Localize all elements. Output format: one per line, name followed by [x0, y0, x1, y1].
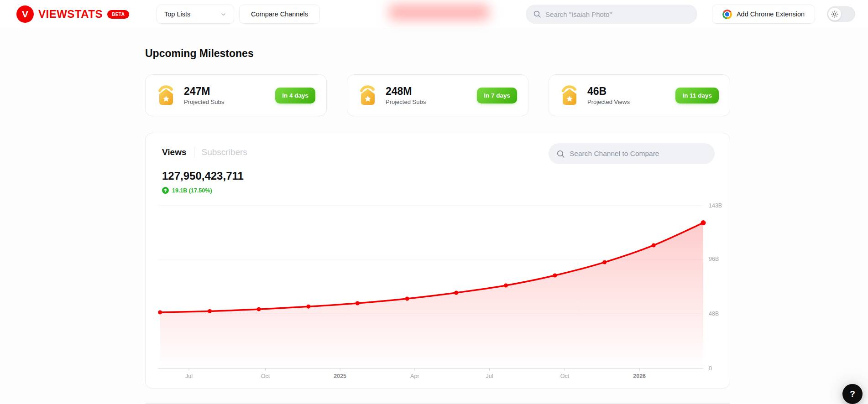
svg-text:96B: 96B	[709, 256, 719, 262]
viewstats-page: V VIEWSTATS BETA Top Lists Compare Chann…	[0, 0, 868, 404]
tab-subscribers[interactable]: Subscribers	[202, 147, 247, 157]
up-arrow-icon	[162, 187, 169, 194]
top-nav: V VIEWSTATS BETA Top Lists Compare Chann…	[0, 0, 868, 28]
compare-channels-label: Compare Channels	[251, 10, 308, 18]
search-input[interactable]	[545, 10, 690, 18]
compare-channel-search[interactable]	[549, 143, 715, 164]
views-delta-text: 19.1B (17.50%)	[172, 187, 212, 194]
views-delta: 19.1B (17.50%)	[162, 187, 212, 194]
theme-toggle-knob	[828, 8, 841, 21]
milestone-value: 248M	[386, 85, 426, 97]
viewstats-logo[interactable]: V VIEWSTATS BETA	[16, 5, 129, 23]
logo-letter: V	[22, 9, 28, 20]
views-growth-chart[interactable]: 143B96B48B0JulOct2025AprJulOct2026	[146, 201, 731, 388]
help-button[interactable]: ?	[842, 384, 863, 404]
search-icon	[556, 150, 565, 158]
milestone-badge-icon	[358, 85, 377, 106]
top-lists-label: Top Lists	[164, 10, 190, 18]
total-views-value: 127,950,423,711	[162, 170, 244, 182]
theme-toggle[interactable]	[827, 6, 855, 22]
milestone-badge-icon	[560, 85, 579, 106]
milestone-text: 247M Projected Subs	[184, 85, 224, 105]
beta-badge: BETA	[107, 10, 129, 19]
views-stats-card: Views Subscribers 127,950,423,711 19.1B …	[145, 133, 730, 388]
chrome-icon	[722, 10, 732, 19]
svg-text:Apr: Apr	[410, 373, 419, 379]
milestone-label: Projected Subs	[184, 98, 224, 105]
milestone-value: 247M	[184, 85, 224, 97]
milestone-eta-badge: In 11 days	[675, 88, 719, 104]
milestone-card: 46B Projected Views In 11 days	[549, 74, 730, 116]
add-chrome-extension-button[interactable]: Add Chrome Extension	[712, 5, 815, 24]
tab-divider	[194, 147, 194, 158]
svg-text:48B: 48B	[709, 311, 719, 317]
milestone-eta-badge: In 7 days	[477, 88, 517, 104]
header-search[interactable]	[526, 5, 697, 24]
compare-channel-input[interactable]	[570, 150, 707, 158]
svg-text:143B: 143B	[709, 202, 722, 209]
redacted-channel-name	[389, 5, 489, 20]
search-icon	[533, 10, 541, 18]
svg-text:2025: 2025	[334, 373, 346, 379]
chevron-down-icon	[220, 11, 226, 17]
brand-name: VIEWSTATS	[38, 8, 103, 21]
svg-text:Jul: Jul	[486, 373, 493, 379]
top-lists-dropdown[interactable]: Top Lists	[157, 5, 234, 24]
milestone-card: 248M Projected Subs In 7 days	[347, 74, 528, 116]
svg-text:2026: 2026	[633, 373, 646, 379]
milestone-card: 247M Projected Subs In 4 days	[145, 74, 327, 116]
milestone-eta-badge: In 4 days	[275, 88, 315, 104]
milestone-value: 46B	[587, 85, 630, 97]
add-chrome-extension-label: Add Chrome Extension	[737, 10, 805, 18]
svg-text:Oct: Oct	[560, 373, 570, 379]
milestone-label: Projected Subs	[386, 98, 426, 105]
stats-tabs: Views Subscribers	[162, 147, 247, 158]
compare-channels-button[interactable]: Compare Channels	[239, 5, 320, 24]
svg-text:Oct: Oct	[261, 373, 270, 379]
milestone-text: 46B Projected Views	[587, 85, 630, 105]
tab-views[interactable]: Views	[162, 147, 187, 157]
sun-icon	[831, 10, 838, 18]
milestone-label: Projected Views	[587, 98, 630, 105]
upcoming-milestones-title: Upcoming Milestones	[145, 47, 254, 60]
section-divider	[145, 403, 730, 404]
svg-text:Jul: Jul	[185, 373, 193, 379]
svg-text:0: 0	[709, 365, 712, 372]
milestone-text: 248M Projected Subs	[386, 85, 426, 105]
milestone-badge-icon	[157, 85, 176, 106]
viewstats-logo-icon: V	[16, 5, 34, 23]
